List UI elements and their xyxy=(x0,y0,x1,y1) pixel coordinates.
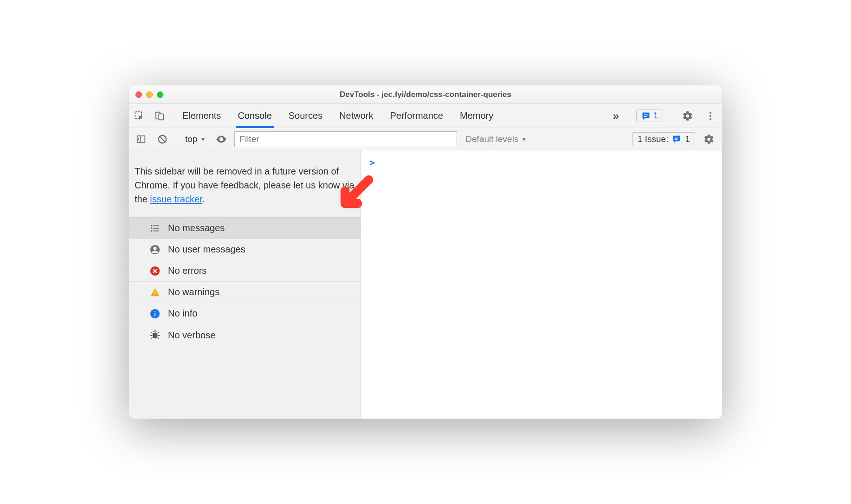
user-icon xyxy=(149,244,161,255)
toggle-sidebar-button[interactable] xyxy=(133,131,149,148)
main-tabstrip: Elements Console Sources Network Perform… xyxy=(129,104,722,128)
svg-rect-2 xyxy=(159,114,163,120)
category-label: No errors xyxy=(168,265,206,276)
tab-memory[interactable]: Memory xyxy=(460,104,493,128)
sidebar-category-verbose[interactable]: No verbose xyxy=(129,324,361,346)
sidebar-category-info[interactable]: No info xyxy=(129,303,361,324)
console-sidebar: This sidebar will be removed in a future… xyxy=(129,150,361,419)
svg-rect-24 xyxy=(155,313,155,316)
svg-rect-11 xyxy=(675,139,677,140)
warning-icon xyxy=(149,287,161,298)
category-label: No info xyxy=(168,308,197,319)
svg-rect-22 xyxy=(155,294,155,295)
tab-network[interactable]: Network xyxy=(339,104,373,128)
svg-point-9 xyxy=(220,138,222,140)
window-title: DevTools - jec.fyi/demo/css-container-qu… xyxy=(129,90,722,99)
live-expression-button[interactable] xyxy=(213,131,230,148)
bug-icon xyxy=(149,330,161,341)
clear-icon xyxy=(157,134,168,144)
svg-line-8 xyxy=(160,136,165,142)
issues-button[interactable]: 1 Issue: 1 xyxy=(632,132,695,146)
messages-count: 1 xyxy=(653,111,658,121)
console-body: This sidebar will be removed in a future… xyxy=(129,150,722,419)
dropdown-icon: ▼ xyxy=(521,136,527,142)
tab-sources[interactable]: Sources xyxy=(289,104,322,128)
svg-rect-15 xyxy=(153,228,159,229)
category-label: No user messages xyxy=(168,244,245,255)
svg-point-16 xyxy=(151,230,153,232)
traffic-lights xyxy=(135,91,163,98)
sidebar-category-messages[interactable]: No messages xyxy=(129,218,361,239)
devtools-window: DevTools - jec.fyi/demo/css-container-qu… xyxy=(129,85,722,419)
sidebar-category-errors[interactable]: No errors xyxy=(129,260,361,282)
message-icon xyxy=(641,111,651,121)
tabs-overflow-button[interactable]: » xyxy=(611,110,621,123)
svg-point-14 xyxy=(151,227,153,229)
device-toolbar-icon[interactable] xyxy=(149,104,170,128)
svg-rect-10 xyxy=(675,137,678,138)
issues-count: 1 xyxy=(685,134,690,144)
svg-rect-17 xyxy=(153,230,159,231)
settings-button[interactable] xyxy=(678,110,697,122)
gear-icon xyxy=(703,134,715,145)
console-prompt: > xyxy=(369,157,375,168)
deprecation-notice: This sidebar will be removed in a future… xyxy=(129,150,361,217)
context-label: top xyxy=(185,134,197,144)
eye-icon xyxy=(215,133,227,145)
inspect-element-icon[interactable] xyxy=(129,104,149,128)
sidebar-category-warnings[interactable]: No warnings xyxy=(129,282,361,303)
list-icon xyxy=(149,223,161,234)
tab-elements[interactable]: Elements xyxy=(182,104,221,128)
console-toolbar: top ▼ Default levels ▼ 1 Issue: 1 xyxy=(129,128,722,150)
sidebar-category-user[interactable]: No user messages xyxy=(129,239,361,260)
log-levels-selector[interactable]: Default levels ▼ xyxy=(465,134,527,144)
svg-rect-13 xyxy=(153,225,159,226)
more-options-button[interactable] xyxy=(703,112,717,120)
error-icon xyxy=(149,265,161,277)
svg-point-26 xyxy=(153,333,158,339)
category-label: No warnings xyxy=(168,287,219,297)
tabstrip-right: » 1 xyxy=(611,104,722,128)
titlebar: DevTools - jec.fyi/demo/css-container-qu… xyxy=(129,85,722,104)
issue-tracker-link[interactable]: issue tracker xyxy=(150,194,202,204)
gear-icon xyxy=(682,110,693,122)
svg-rect-21 xyxy=(155,291,155,293)
svg-rect-4 xyxy=(644,116,647,117)
execution-context-selector[interactable]: top ▼ xyxy=(182,134,208,144)
sidebar-toggle-icon xyxy=(136,134,146,144)
clear-console-button[interactable] xyxy=(154,131,171,148)
tab-performance[interactable]: Performance xyxy=(390,104,444,128)
console-settings-button[interactable] xyxy=(700,134,718,145)
levels-label: Default levels xyxy=(465,134,518,144)
svg-point-19 xyxy=(153,246,156,250)
category-label: No verbose xyxy=(168,330,215,341)
svg-rect-25 xyxy=(155,311,155,312)
svg-rect-3 xyxy=(644,114,648,115)
separator xyxy=(171,109,171,123)
main-tabs: Elements Console Sources Network Perform… xyxy=(172,104,611,128)
close-window-button[interactable] xyxy=(135,91,142,98)
dropdown-icon: ▼ xyxy=(200,136,206,142)
messages-chip[interactable]: 1 xyxy=(636,110,663,122)
category-label: No messages xyxy=(168,223,225,233)
tab-console[interactable]: Console xyxy=(238,104,271,128)
minimize-window-button[interactable] xyxy=(146,91,153,98)
issues-label: 1 Issue: xyxy=(638,134,669,144)
svg-point-12 xyxy=(151,225,153,226)
zoom-window-button[interactable] xyxy=(157,91,163,98)
filter-input[interactable] xyxy=(234,131,457,147)
notice-text-post: . xyxy=(202,194,205,204)
console-output[interactable]: > xyxy=(361,150,722,419)
message-icon xyxy=(672,135,681,144)
info-icon xyxy=(149,308,161,319)
